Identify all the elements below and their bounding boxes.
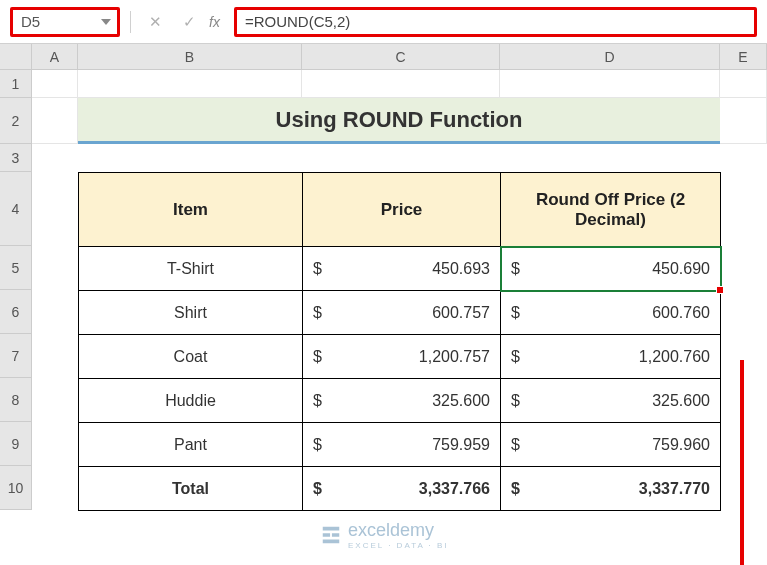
round-value: 759.960: [652, 436, 710, 454]
autofill-arrow-icon: [740, 360, 744, 565]
table-total-row: Total $3,337.766 $3,337.770: [79, 467, 721, 511]
table-row: Shirt $600.757 $600.760: [79, 291, 721, 335]
row-header-6[interactable]: 6: [0, 290, 32, 334]
cell[interactable]: [720, 98, 767, 144]
currency-symbol: $: [511, 260, 520, 278]
table-row: T-Shirt $450.693 $450.690: [79, 247, 721, 291]
price-value: 1,200.757: [419, 348, 490, 366]
col-header-d[interactable]: D: [500, 44, 720, 69]
formula-bar: D5 ✕ ✓ fx =ROUND(C5,2): [0, 0, 767, 44]
name-box-value: D5: [21, 13, 40, 30]
row-header-4[interactable]: 4: [0, 172, 32, 246]
currency-symbol: $: [511, 480, 520, 498]
item-price[interactable]: $600.757: [303, 291, 501, 335]
header-price[interactable]: Price: [303, 173, 501, 247]
row-header-2[interactable]: 2: [0, 98, 32, 144]
price-value: 450.693: [432, 260, 490, 278]
round-value: 325.600: [652, 392, 710, 410]
item-name[interactable]: Huddie: [79, 379, 303, 423]
row-header-5[interactable]: 5: [0, 246, 32, 290]
currency-symbol: $: [313, 260, 322, 278]
sheet-title[interactable]: Using ROUND Function: [78, 98, 720, 144]
currency-symbol: $: [313, 348, 322, 366]
cell[interactable]: [720, 70, 767, 98]
formula-input[interactable]: =ROUND(C5,2): [234, 7, 757, 37]
divider: [130, 11, 131, 33]
table-row: Coat $1,200.757 $1,200.760: [79, 335, 721, 379]
price-value: 325.600: [432, 392, 490, 410]
item-name[interactable]: Pant: [79, 423, 303, 467]
round-value: 1,200.760: [639, 348, 710, 366]
table-row: Pant $759.959 $759.960: [79, 423, 721, 467]
formula-text: =ROUND(C5,2): [245, 13, 350, 30]
item-round-selected-cell[interactable]: $450.690: [501, 247, 721, 291]
row-header-1[interactable]: 1: [0, 70, 32, 98]
grid-body: 1 2 3 4 5 6 7 8 9 10 Using ROUND Functio…: [0, 70, 767, 510]
item-price[interactable]: $450.693: [303, 247, 501, 291]
round-value: 600.760: [652, 304, 710, 322]
cell[interactable]: [32, 98, 78, 144]
column-headers: A B C D E: [0, 44, 767, 70]
price-value: 759.959: [432, 436, 490, 454]
row-header-7[interactable]: 7: [0, 334, 32, 378]
item-name[interactable]: T-Shirt: [79, 247, 303, 291]
total-round[interactable]: $3,337.770: [501, 467, 721, 511]
round-value: 3,337.770: [639, 480, 710, 498]
currency-symbol: $: [313, 392, 322, 410]
table-row: Huddie $325.600 $325.600: [79, 379, 721, 423]
row-header-3[interactable]: 3: [0, 144, 32, 172]
item-price[interactable]: $1,200.757: [303, 335, 501, 379]
row-headers: 1 2 3 4 5 6 7 8 9 10: [0, 70, 32, 510]
cells-area[interactable]: Using ROUND Function Item Price Round Of…: [32, 70, 767, 510]
total-label[interactable]: Total: [79, 467, 303, 511]
enter-icon[interactable]: ✓: [175, 8, 203, 36]
chevron-down-icon[interactable]: [101, 19, 111, 25]
item-round[interactable]: $1,200.760: [501, 335, 721, 379]
cell[interactable]: [78, 70, 302, 98]
data-table: Item Price Round Off Price (2 Decimal) T…: [78, 172, 721, 511]
currency-symbol: $: [511, 304, 520, 322]
item-round[interactable]: $600.760: [501, 291, 721, 335]
currency-symbol: $: [511, 392, 520, 410]
cancel-icon[interactable]: ✕: [141, 8, 169, 36]
currency-symbol: $: [313, 304, 322, 322]
name-box[interactable]: D5: [10, 7, 120, 37]
watermark-tagline: EXCEL · DATA · BI: [348, 541, 449, 550]
logo-icon: [320, 524, 342, 546]
cell[interactable]: [32, 70, 78, 98]
price-value: 600.757: [432, 304, 490, 322]
round-value: 450.690: [652, 260, 710, 278]
currency-symbol: $: [313, 480, 322, 498]
col-header-c[interactable]: C: [302, 44, 500, 69]
cell[interactable]: [302, 70, 500, 98]
table-header-row: Item Price Round Off Price (2 Decimal): [79, 173, 721, 247]
currency-symbol: $: [511, 348, 520, 366]
total-price[interactable]: $3,337.766: [303, 467, 501, 511]
item-price[interactable]: $325.600: [303, 379, 501, 423]
item-round[interactable]: $759.960: [501, 423, 721, 467]
row-header-9[interactable]: 9: [0, 422, 32, 466]
watermark: exceldemy EXCEL · DATA · BI: [320, 520, 449, 550]
col-header-b[interactable]: B: [78, 44, 302, 69]
item-name[interactable]: Coat: [79, 335, 303, 379]
row-header-8[interactable]: 8: [0, 378, 32, 422]
fill-handle[interactable]: [716, 286, 724, 294]
item-round[interactable]: $325.600: [501, 379, 721, 423]
item-price[interactable]: $759.959: [303, 423, 501, 467]
header-item[interactable]: Item: [79, 173, 303, 247]
cell[interactable]: [500, 70, 720, 98]
currency-symbol: $: [313, 436, 322, 454]
header-round[interactable]: Round Off Price (2 Decimal): [501, 173, 721, 247]
row-header-10[interactable]: 10: [0, 466, 32, 510]
watermark-brand: exceldemy: [348, 520, 449, 541]
currency-symbol: $: [511, 436, 520, 454]
price-value: 3,337.766: [419, 480, 490, 498]
fx-icon[interactable]: fx: [209, 14, 220, 30]
col-header-e[interactable]: E: [720, 44, 767, 69]
select-all-corner[interactable]: [0, 44, 32, 69]
item-name[interactable]: Shirt: [79, 291, 303, 335]
col-header-a[interactable]: A: [32, 44, 78, 69]
